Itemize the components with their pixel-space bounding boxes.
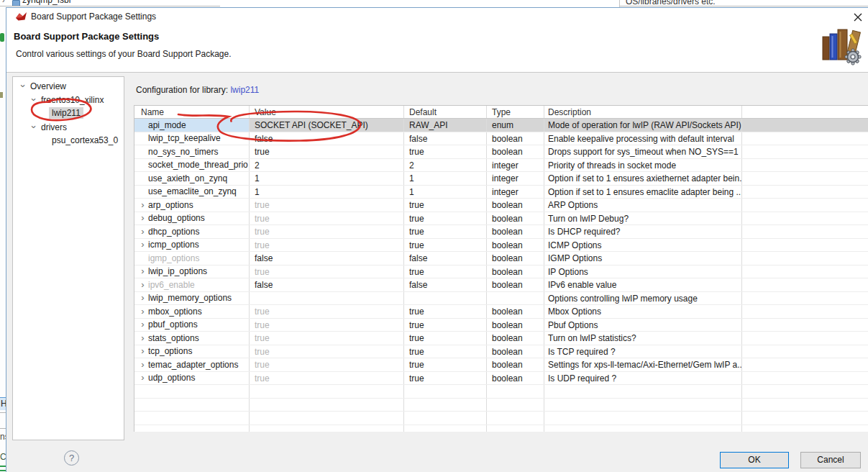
cell-fill	[742, 145, 868, 158]
cell-type	[487, 399, 544, 412]
table-row-stats_options[interactable]: ›stats_optionstruetruebooleanTurn on lwI…	[134, 332, 868, 345]
row-expander-icon[interactable]: ›	[137, 278, 148, 291]
row-expander-icon[interactable]: ›	[137, 266, 148, 278]
cell-def: false	[404, 252, 487, 265]
bg-separator	[0, 412, 6, 413]
column-header-default[interactable]: Default	[404, 106, 487, 118]
row-expander-icon[interactable]: ›	[137, 332, 148, 345]
cell-val: true	[250, 212, 404, 225]
table-row-lwip_ip_options[interactable]: ›lwip_ip_optionstruetruebooleanIP Option…	[134, 266, 868, 279]
column-header-description[interactable]: Description	[544, 106, 742, 118]
bg-divider	[0, 6, 220, 6]
cell-def: false	[404, 278, 487, 291]
row-expander-icon[interactable]: ›	[137, 372, 148, 385]
table-row-use_emaclite_on_zynq[interactable]: ›use_emaclite_on_zynq11integerOption if …	[134, 186, 868, 199]
cell-name: ›udp_options	[134, 372, 250, 385]
close-icon[interactable]	[851, 11, 864, 24]
table-row-empty[interactable]	[134, 425, 868, 432]
tree-item-lwip211[interactable]: lwip211	[13, 106, 124, 120]
table-row-udp_options[interactable]: ›udp_optionstruetruebooleanIs UDP requir…	[134, 372, 868, 386]
cell-fill	[742, 132, 868, 145]
cell-val	[250, 292, 404, 305]
cell-desc: Options controlling lwIP memory usage	[544, 292, 742, 305]
table-row-lwip_tcp_keepalive[interactable]: ›lwip_tcp_keepalivefalsefalsebooleanEnab…	[134, 132, 868, 146]
row-expander-icon[interactable]: ›	[137, 292, 148, 305]
setting-name: use_emaclite_on_zynq	[148, 186, 237, 199]
cell-type: boolean	[487, 266, 544, 278]
cell-type: boolean	[487, 132, 544, 145]
cell-val: true	[250, 266, 404, 278]
cell-desc: Turn on lwIP statistics?	[544, 332, 742, 345]
cell-name: ›icmp_options	[134, 239, 250, 252]
tree-item-label: Overview	[27, 81, 69, 92]
tree-item-freertos10_xilinx[interactable]: ›freertos10_xilinx	[13, 93, 124, 106]
cell-def: false	[404, 132, 487, 145]
table-row-socket_mode_thread_prio[interactable]: ›socket_mode_thread_prio22integerPriorit…	[134, 159, 868, 173]
table-row-icmp_options[interactable]: ›icmp_optionstruetruebooleanICMP Options	[134, 239, 868, 253]
row-expander-icon[interactable]: ›	[137, 305, 148, 318]
table-row-lwip_memory_options[interactable]: ›lwip_memory_optionsOptions controlling …	[134, 292, 868, 306]
cell-fill	[742, 358, 868, 371]
column-header-value[interactable]: Value	[250, 106, 404, 118]
cell-desc: Is UDP required ?	[544, 372, 742, 385]
table-row-empty[interactable]	[134, 385, 868, 399]
ok-button[interactable]: OK	[720, 452, 789, 468]
cell-name: ›api_mode	[134, 119, 250, 132]
cell-type: boolean	[487, 372, 544, 385]
cell-fill	[742, 319, 868, 332]
cell-name: ›mbox_options	[134, 305, 250, 318]
bg-green-line	[0, 466, 6, 467]
table-row-api_mode[interactable]: ›api_modeSOCKET API (SOCKET_API)RAW_APIe…	[134, 119, 868, 132]
cell-desc	[544, 412, 742, 425]
bg-project-item[interactable]: zynqmp_fsbl	[22, 0, 70, 5]
cell-type: integer	[487, 172, 544, 185]
chevron-down-icon[interactable]: ›	[27, 123, 41, 132]
tree-item-label: lwip211	[49, 107, 83, 119]
cell-name	[134, 412, 250, 425]
setting-name: debug_options	[148, 212, 205, 225]
tree-item-Overview[interactable]: ›Overview	[13, 79, 124, 93]
table-row-dhcp_options[interactable]: ›dhcp_optionstruetruebooleanIs DHCP requ…	[134, 225, 868, 239]
cell-type: boolean	[487, 278, 544, 291]
row-expander-icon[interactable]: ›	[137, 225, 148, 238]
cell-def: 2	[404, 159, 487, 172]
table-row-empty[interactable]	[134, 399, 868, 412]
cell-type: boolean	[487, 332, 544, 345]
table-row-arp_options[interactable]: ›arp_optionstruetruebooleanARP Options	[134, 199, 868, 212]
tree-item-drivers[interactable]: ›drivers	[13, 120, 124, 134]
cell-desc: IP Options	[544, 266, 742, 278]
chevron-down-icon[interactable]: ›	[27, 96, 41, 104]
library-books-icon	[821, 27, 862, 65]
setting-name: api_mode	[148, 119, 186, 132]
background-app-top: › zynqmp_fsbl OS/libraries/drivers etc.	[0, 0, 868, 7]
help-button[interactable]: ?	[64, 450, 79, 466]
row-expander-icon[interactable]: ›	[137, 199, 148, 212]
column-header-name[interactable]: Name	[134, 106, 250, 118]
table-row-debug_options[interactable]: ›debug_optionstruetruebooleanTurn on lwI…	[134, 212, 868, 226]
cell-def: true	[404, 305, 487, 318]
bsp-settings-dialog: Board Support Package Settings Board Sup…	[6, 7, 868, 472]
table-row-empty[interactable]	[134, 412, 868, 425]
tree-item-psu_cortexa53_0[interactable]: psu_cortexa53_0	[13, 134, 124, 148]
row-expander-icon[interactable]: ›	[137, 345, 148, 358]
table-row-igmp_options[interactable]: ›igmp_optionsfalsefalsebooleanIGMP Optio…	[134, 252, 868, 266]
cell-desc: Mbox Options	[544, 305, 742, 318]
background-app-left: H ns Co	[0, 7, 6, 472]
chevron-down-icon[interactable]: ›	[17, 82, 30, 91]
cell-desc	[544, 385, 742, 398]
row-expander-icon[interactable]: ›	[137, 239, 148, 252]
row-expander-icon[interactable]: ›	[137, 212, 148, 225]
row-expander-icon[interactable]: ›	[137, 319, 148, 332]
table-row-mbox_options[interactable]: ›mbox_optionstruetruebooleanMbox Options	[134, 305, 868, 319]
table-row-ipv6_enable[interactable]: ›ipv6_enablefalsefalsebooleanIPv6 enable…	[134, 278, 868, 292]
setting-name: stats_options	[148, 332, 199, 345]
row-expander-icon[interactable]: ›	[137, 358, 148, 371]
table-row-no_sys_no_timers[interactable]: ›no_sys_no_timerstruetruebooleanDrops su…	[134, 145, 868, 159]
table-row-tcp_options[interactable]: ›tcp_optionstruetruebooleanIs TCP requir…	[134, 345, 868, 359]
table-row-use_axieth_on_zynq[interactable]: ›use_axieth_on_zynq11integerOption if se…	[134, 172, 868, 186]
column-header-type[interactable]: Type	[487, 106, 544, 118]
cancel-button[interactable]: Cancel	[800, 452, 861, 468]
cell-type: integer	[487, 186, 544, 199]
table-row-pbuf_options[interactable]: ›pbuf_optionstruetruebooleanPbuf Options	[134, 319, 868, 332]
table-row-temac_adapter_options[interactable]: ›temac_adapter_optionstruetruebooleanSet…	[134, 358, 868, 372]
